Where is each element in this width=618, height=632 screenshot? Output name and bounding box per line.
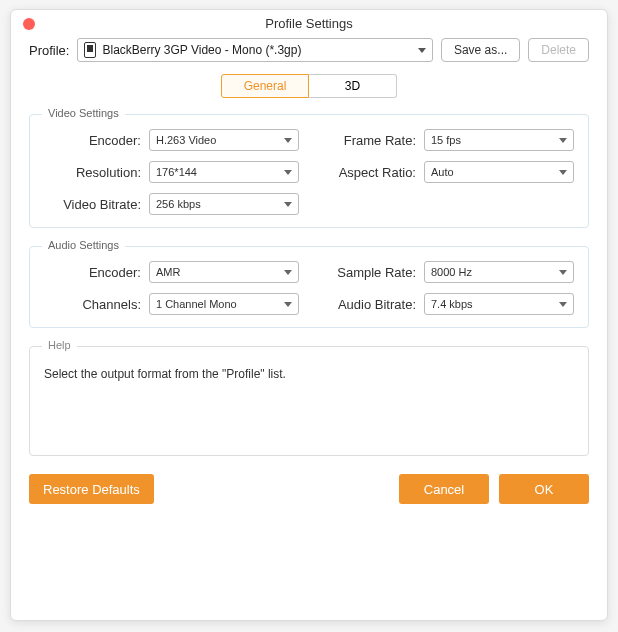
chevron-down-icon	[284, 302, 292, 307]
audio-encoder-select[interactable]: AMR	[149, 261, 299, 283]
audio-bitrate-value: 7.4 kbps	[431, 298, 473, 310]
profile-label: Profile:	[29, 43, 69, 58]
save-as-button[interactable]: Save as...	[441, 38, 520, 62]
delete-button: Delete	[528, 38, 589, 62]
tab-3d[interactable]: 3D	[309, 74, 397, 98]
sample-rate-label: Sample Rate:	[319, 265, 424, 280]
chevron-down-icon	[284, 170, 292, 175]
frame-rate-value: 15 fps	[431, 134, 461, 146]
video-bitrate-value: 256 kbps	[156, 198, 201, 210]
video-bitrate-label: Video Bitrate:	[44, 197, 149, 212]
video-encoder-value: H.263 Video	[156, 134, 216, 146]
chevron-down-icon	[418, 48, 426, 53]
chevron-down-icon	[559, 302, 567, 307]
channels-value: 1 Channel Mono	[156, 298, 237, 310]
audio-settings-title: Audio Settings	[42, 239, 125, 251]
chevron-down-icon	[284, 138, 292, 143]
aspect-ratio-select[interactable]: Auto	[424, 161, 574, 183]
chevron-down-icon	[559, 270, 567, 275]
chevron-down-icon	[284, 202, 292, 207]
video-settings-group: Video Settings Encoder: H.263 Video Fram…	[29, 114, 589, 228]
chevron-down-icon	[559, 170, 567, 175]
titlebar: Profile Settings	[11, 10, 607, 38]
sample-rate-value: 8000 Hz	[431, 266, 472, 278]
device-icon	[84, 42, 96, 58]
audio-bitrate-label: Audio Bitrate:	[319, 297, 424, 312]
tab-general[interactable]: General	[221, 74, 309, 98]
frame-rate-label: Frame Rate:	[319, 133, 424, 148]
aspect-ratio-label: Aspect Ratio:	[319, 165, 424, 180]
chevron-down-icon	[559, 138, 567, 143]
frame-rate-select[interactable]: 15 fps	[424, 129, 574, 151]
tabs: General 3D	[29, 74, 589, 98]
video-encoder-select[interactable]: H.263 Video	[149, 129, 299, 151]
video-encoder-label: Encoder:	[44, 133, 149, 148]
close-icon[interactable]	[23, 18, 35, 30]
video-settings-title: Video Settings	[42, 107, 125, 119]
resolution-select[interactable]: 176*144	[149, 161, 299, 183]
chevron-down-icon	[284, 270, 292, 275]
window-title: Profile Settings	[265, 16, 352, 31]
ok-button[interactable]: OK	[499, 474, 589, 504]
audio-bitrate-select[interactable]: 7.4 kbps	[424, 293, 574, 315]
button-row: Restore Defaults Cancel OK	[29, 474, 589, 504]
sample-rate-select[interactable]: 8000 Hz	[424, 261, 574, 283]
resolution-label: Resolution:	[44, 165, 149, 180]
cancel-button[interactable]: Cancel	[399, 474, 489, 504]
video-bitrate-select[interactable]: 256 kbps	[149, 193, 299, 215]
profile-select[interactable]: BlackBerry 3GP Video - Mono (*.3gp)	[77, 38, 432, 62]
resolution-value: 176*144	[156, 166, 197, 178]
audio-settings-group: Audio Settings Encoder: AMR Sample Rate:…	[29, 246, 589, 328]
profile-settings-window: Profile Settings Profile: BlackBerry 3GP…	[10, 9, 608, 621]
profile-value: BlackBerry 3GP Video - Mono (*.3gp)	[102, 43, 301, 57]
help-text: Select the output format from the "Profi…	[44, 367, 574, 381]
aspect-ratio-value: Auto	[431, 166, 454, 178]
channels-label: Channels:	[44, 297, 149, 312]
audio-encoder-label: Encoder:	[44, 265, 149, 280]
help-title: Help	[42, 339, 77, 351]
audio-encoder-value: AMR	[156, 266, 180, 278]
channels-select[interactable]: 1 Channel Mono	[149, 293, 299, 315]
restore-defaults-button[interactable]: Restore Defaults	[29, 474, 154, 504]
help-group: Help Select the output format from the "…	[29, 346, 589, 456]
profile-row: Profile: BlackBerry 3GP Video - Mono (*.…	[29, 38, 589, 62]
